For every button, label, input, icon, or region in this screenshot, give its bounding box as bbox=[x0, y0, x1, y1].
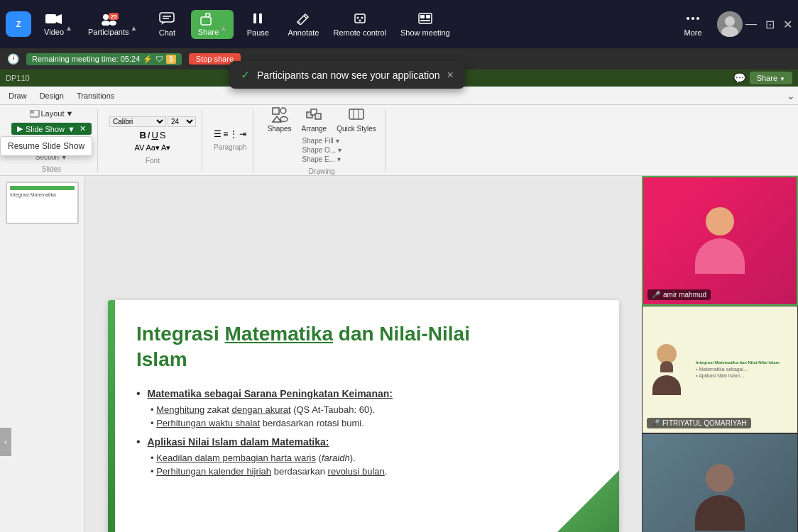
underline-button[interactable]: U bbox=[151, 130, 158, 140]
slideshow-area: ▶ Slide Show ▼ ✕ bbox=[11, 123, 92, 135]
svg-line-17 bbox=[304, 16, 307, 18]
bold-button[interactable]: B bbox=[139, 130, 146, 140]
ppt-share-button[interactable]: Share ▼ bbox=[750, 72, 792, 84]
indent-button[interactable]: ⇥ bbox=[239, 129, 246, 139]
ribbon-slides-group: Layout ▼ ▶ Slide Show ▼ ✕ Resume Slide S… bbox=[6, 109, 98, 172]
sub-bullet-2-2: • Perhitungan kalender hijriah berdasark… bbox=[151, 466, 591, 477]
sub-bullet-2-1-marker: • bbox=[151, 453, 154, 463]
tab-transitions[interactable]: Transitions bbox=[71, 89, 120, 102]
quick-styles-button[interactable]: Quick Styles bbox=[334, 105, 379, 134]
font-family-select[interactable]: Calibri bbox=[109, 116, 166, 127]
slide-panel: 1 Integrasi Matematika ‹ bbox=[0, 176, 85, 532]
slide-title-part1: Integrasi Matematika dan Nilai-Nilai bbox=[136, 323, 470, 345]
more-icon bbox=[685, 12, 701, 27]
font-group-label: Font bbox=[146, 157, 160, 165]
minimize-icon[interactable]: — bbox=[745, 18, 757, 31]
svg-text:Z: Z bbox=[16, 20, 21, 28]
bullet-2-main: Aplikasi Nilai Islam dalam Matematika: bbox=[148, 436, 329, 448]
slide-green-corner bbox=[505, 470, 619, 532]
slide-title: Integrasi Matematika dan Nilai-Nilai Isl… bbox=[136, 321, 591, 373]
video-panel: 🎤 amir mahmud Integrasi Matematika dan N… bbox=[642, 176, 798, 532]
sub-bullet-1-2-text: Perhitungan waktu shalat berdasarkan rot… bbox=[156, 418, 364, 428]
list-button[interactable]: ⋮ bbox=[229, 129, 238, 139]
share-icon bbox=[200, 13, 216, 28]
chat-panel-icon[interactable]: 💬 bbox=[733, 72, 745, 84]
ribbon-font-group: Calibri 24 B I U S AV Aa▾ A▾ Font bbox=[104, 109, 202, 172]
ribbon-paragraph-group: ☰ ≡ ⋮ ⇥ Paragraph bbox=[208, 109, 253, 172]
video-label: Video bbox=[44, 28, 64, 36]
slideshow-button[interactable]: ▶ Slide Show ▼ ✕ bbox=[11, 123, 92, 135]
svg-point-7 bbox=[109, 21, 116, 26]
shield-icon: 🛡 bbox=[155, 55, 163, 63]
participant-2: Integrasi Matematika dan Nilai-Nilai Isl… bbox=[642, 306, 798, 434]
more-button[interactable]: More bbox=[672, 9, 714, 40]
user-avatar[interactable] bbox=[717, 11, 743, 37]
arrange-label: Arrange bbox=[302, 125, 327, 133]
show-meeting-button[interactable]: Show meeting bbox=[395, 9, 456, 40]
sub-bullets-2: • Keadilan dalam pembagian harta waris (… bbox=[151, 453, 591, 477]
participant-2-hijab bbox=[660, 361, 673, 372]
tab-design[interactable]: Design bbox=[34, 89, 70, 102]
av-label: AV bbox=[135, 143, 145, 152]
font-size-select[interactable]: 24 bbox=[168, 116, 196, 127]
share-label: Share bbox=[198, 28, 219, 36]
pause-button[interactable]: Pause bbox=[236, 9, 279, 40]
slide-content: Integrasi Matematika dan Nilai-Nilai Isl… bbox=[108, 300, 619, 532]
svg-rect-14 bbox=[201, 17, 211, 25]
close-icon[interactable]: ✕ bbox=[783, 18, 792, 31]
share-arrow-icon: ▲ bbox=[220, 24, 227, 32]
slide-panel-arrow[interactable]: ‹ bbox=[0, 428, 11, 456]
shape-properties: Shape Fill ▾ Shape O... ▾ Shape E... ▾ bbox=[299, 137, 344, 163]
zoom-toolbar: Z Video ▲ 25 bbox=[0, 0, 798, 48]
plan-badge: $ bbox=[166, 55, 176, 64]
slide-green-left-bar bbox=[108, 300, 115, 532]
annotate-button[interactable]: Annotate bbox=[282, 9, 324, 40]
video-button[interactable]: Video ▲ bbox=[37, 10, 80, 39]
expand-icon[interactable]: ⌄ bbox=[787, 90, 795, 101]
arrange-button[interactable]: Arrange bbox=[299, 105, 330, 134]
shapes-button[interactable]: Shapes bbox=[265, 105, 295, 134]
participant-3-body bbox=[695, 495, 745, 531]
participant-2-person bbox=[652, 344, 681, 395]
resume-slideshow-item[interactable]: Resume Slide Show bbox=[1, 137, 92, 155]
svg-point-4 bbox=[103, 14, 109, 20]
slide-title-part2: Islam bbox=[136, 348, 187, 370]
participants-button[interactable]: 25 Participants ▲ bbox=[82, 10, 143, 39]
tab-draw[interactable]: Draw bbox=[3, 89, 33, 102]
align-center-button[interactable]: ≡ bbox=[223, 129, 228, 139]
shapes-label: Shapes bbox=[268, 125, 292, 133]
slideshow-close-icon[interactable]: ✕ bbox=[80, 124, 86, 133]
slide-bullet-1: • Matematika sebagai Sarana Peningkatan … bbox=[136, 387, 591, 428]
toast-close-button[interactable]: × bbox=[447, 69, 454, 82]
participant-1-head bbox=[706, 207, 734, 235]
participant-3: Lazuardy Firdiansyah bbox=[642, 433, 798, 532]
share-button[interactable]: Share ▲ bbox=[191, 10, 234, 39]
italic-button[interactable]: I bbox=[148, 130, 151, 140]
remote-control-button[interactable]: Remote control bbox=[327, 9, 392, 40]
notification-toast: ✓ Participants can now see your applicat… bbox=[229, 61, 465, 89]
ribbon-drawing-group: Shapes Arrange Quick Styles Sha bbox=[259, 109, 386, 172]
remaining-time-text: Remaining meeting time: 05:24 bbox=[32, 55, 140, 63]
svg-point-22 bbox=[359, 19, 361, 21]
chat-button[interactable]: Chat bbox=[146, 9, 188, 40]
slide-main: Integrasi Matematika dan Nilai-Nilai Isl… bbox=[85, 176, 642, 532]
participant-3-person bbox=[643, 434, 797, 532]
zoom-logo[interactable]: Z bbox=[6, 11, 31, 37]
sub-bullet-1-2: • Perhitungan waktu shalat berdasarkan r… bbox=[151, 418, 591, 428]
participants-arrow-icon: ▲ bbox=[130, 24, 137, 32]
slideshow-dropdown: Resume Slide Show bbox=[0, 136, 92, 156]
svg-rect-26 bbox=[420, 20, 430, 21]
restore-icon[interactable]: ⊡ bbox=[765, 18, 775, 31]
drawing-group-label: Drawing bbox=[309, 167, 335, 175]
layout-button[interactable]: Layout ▼ bbox=[26, 107, 77, 120]
svg-text:25: 25 bbox=[110, 13, 116, 20]
strikethrough-button[interactable]: S bbox=[160, 130, 166, 140]
participant-1-name: 🎤 amir mahmud bbox=[647, 289, 711, 300]
annotate-label: Annotate bbox=[288, 28, 319, 37]
layout-label: Layout bbox=[41, 109, 65, 118]
slide-thumb-1[interactable]: 1 Integrasi Matematika bbox=[6, 182, 79, 224]
svg-rect-24 bbox=[420, 15, 425, 18]
align-left-button[interactable]: ☰ bbox=[214, 129, 222, 139]
content-wrapper: 1 Integrasi Matematika ‹ Integrasi Matem… bbox=[0, 176, 798, 532]
slide-body: • Matematika sebagai Sarana Peningkatan … bbox=[136, 387, 591, 477]
